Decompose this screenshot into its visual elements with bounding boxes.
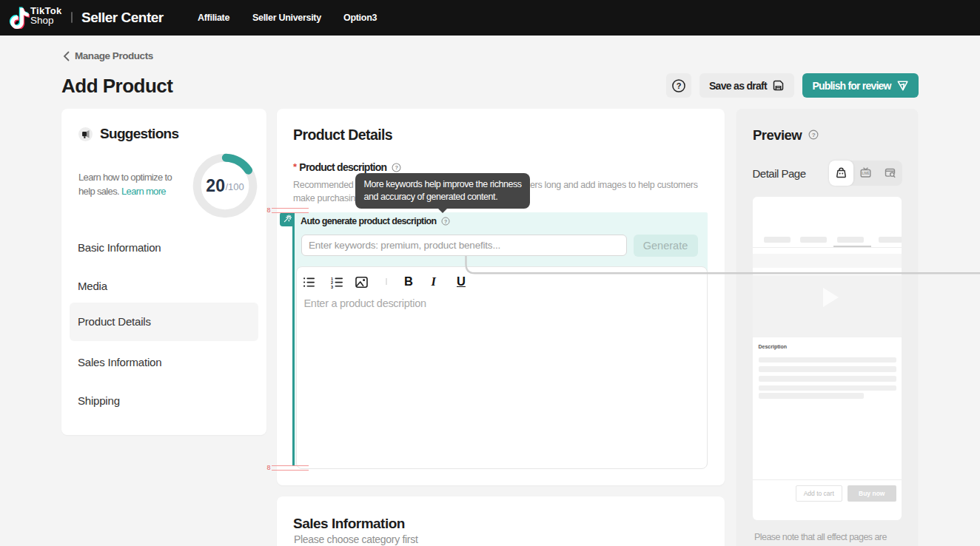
- svg-text:?: ?: [395, 164, 399, 171]
- svg-text:?: ?: [444, 219, 447, 224]
- svg-text:?: ?: [677, 81, 682, 90]
- svg-text:3: 3: [331, 284, 333, 289]
- svg-text:?: ?: [811, 132, 815, 138]
- svg-text:LIVE: LIVE: [862, 172, 869, 175]
